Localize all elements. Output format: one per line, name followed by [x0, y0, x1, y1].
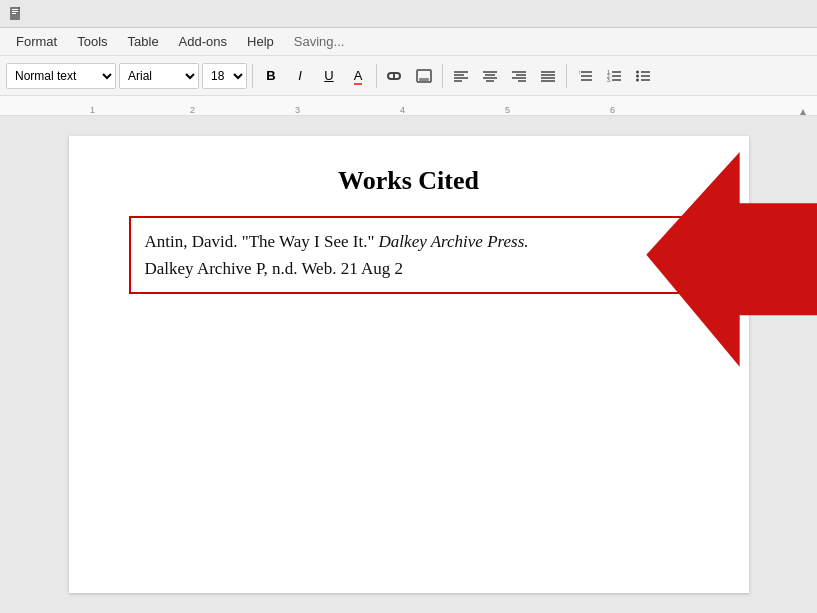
svg-text:↕: ↕ — [578, 69, 581, 75]
underline-button[interactable]: U — [316, 63, 342, 89]
doc-icon — [8, 6, 24, 22]
menu-tools[interactable]: Tools — [69, 30, 115, 53]
bold-button[interactable]: B — [258, 63, 284, 89]
font-color-button[interactable]: A — [345, 63, 371, 89]
font-family-select[interactable]: Arial — [119, 63, 199, 89]
ruler-mark-1: 1 — [90, 105, 95, 115]
svg-rect-3 — [12, 13, 16, 14]
red-arrow-indicator — [637, 142, 818, 442]
link-button[interactable] — [382, 63, 408, 89]
menu-bar: Format Tools Table Add-ons Help Saving..… — [0, 28, 817, 56]
ruler-mark-6: 6 — [610, 105, 615, 115]
menu-help[interactable]: Help — [239, 30, 282, 53]
page-content-wrapper: Works Cited Antin, David. "The Way I See… — [129, 166, 689, 294]
citation-line1-italic: Dalkey Archive Press. — [379, 232, 529, 251]
ruler-mark-4: 4 — [400, 105, 405, 115]
svg-point-33 — [636, 70, 639, 73]
citation-line1-plain: Antin, David. "The Way I See It." — [145, 232, 379, 251]
menu-format[interactable]: Format — [8, 30, 65, 53]
image-button[interactable] — [411, 63, 437, 89]
svg-rect-1 — [12, 9, 18, 10]
ruler-mark-2: 2 — [190, 105, 195, 115]
line-spacing-button[interactable]: ↕ — [572, 63, 598, 89]
citation-box: Antin, David. "The Way I See It." Dalkey… — [129, 216, 689, 294]
divider-3 — [442, 64, 443, 88]
document-page: Works Cited Antin, David. "The Way I See… — [69, 136, 749, 593]
document-area: Works Cited Antin, David. "The Way I See… — [0, 116, 817, 613]
svg-text:3.: 3. — [607, 77, 611, 83]
citation-line-1: Antin, David. "The Way I See It." Dalkey… — [145, 228, 673, 255]
saving-status: Saving... — [294, 34, 345, 49]
ruler: 1 2 3 4 5 6 — [0, 96, 817, 116]
align-center-button[interactable] — [477, 63, 503, 89]
menu-table[interactable]: Table — [120, 30, 167, 53]
paragraph-style-select[interactable]: Normal text — [6, 63, 116, 89]
ruler-mark-5: 5 — [505, 105, 510, 115]
svg-rect-6 — [419, 78, 429, 81]
svg-point-37 — [636, 78, 639, 81]
svg-marker-40 — [646, 152, 817, 367]
justify-button[interactable] — [535, 63, 561, 89]
font-color-a: A — [354, 68, 363, 83]
font-size-select[interactable]: 18 — [202, 63, 247, 89]
italic-button[interactable]: I — [287, 63, 313, 89]
align-left-button[interactable] — [448, 63, 474, 89]
citation-line-2: Dalkey Archive P, n.d. Web. 21 Aug 2 — [145, 255, 673, 282]
divider-4 — [566, 64, 567, 88]
title-bar — [0, 0, 817, 28]
divider-1 — [252, 64, 253, 88]
menu-addons[interactable]: Add-ons — [171, 30, 235, 53]
ruler-mark-3: 3 — [295, 105, 300, 115]
svg-rect-2 — [12, 11, 18, 12]
page-title: Works Cited — [129, 166, 689, 196]
align-right-button[interactable] — [506, 63, 532, 89]
svg-point-35 — [636, 74, 639, 77]
divider-2 — [376, 64, 377, 88]
toolbar: Normal text Arial 18 B I U A ↕ 1.2.3. — [0, 56, 817, 96]
numbered-list-button[interactable]: 1.2.3. — [601, 63, 627, 89]
bullet-list-button[interactable] — [630, 63, 656, 89]
svg-marker-39 — [799, 109, 807, 116]
